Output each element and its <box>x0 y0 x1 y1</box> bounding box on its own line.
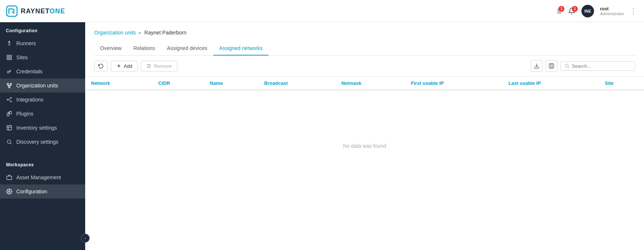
sidebar: RAYNETONE Configuration Runners Sites Cr… <box>0 0 85 250</box>
sidebar-logo: RAYNETONE <box>0 0 85 22</box>
svg-rect-6 <box>10 58 11 60</box>
plugins-icon <box>6 110 13 117</box>
breadcrumb-parent[interactable]: Organization units <box>94 30 136 36</box>
list-badge: 1 <box>558 6 564 12</box>
inventory-icon <box>6 124 13 131</box>
sites-icon <box>6 54 13 61</box>
sidebar-item-label: Discovery settings <box>16 139 59 145</box>
brand-one: ONE <box>50 7 65 15</box>
sidebar-item-label: Configuration <box>16 189 47 194</box>
sidebar-item-configuration[interactable]: Configuration <box>0 184 85 199</box>
breadcrumb-current: Raynet Paderborn <box>144 30 187 36</box>
svg-rect-8 <box>7 83 9 85</box>
col-site: Site <box>599 77 644 90</box>
svg-rect-16 <box>7 126 11 130</box>
col-netmask: Netmask <box>336 77 405 90</box>
svg-point-11 <box>7 99 8 100</box>
empty-state: No data was found <box>85 90 644 201</box>
sidebar-item-sites[interactable]: Sites <box>0 50 85 64</box>
sidebar-item-asset-management[interactable]: Asset Management <box>0 170 85 184</box>
sidebar-item-label: Plugins <box>16 111 33 117</box>
col-first-usable-ip: First usable IP <box>405 77 503 90</box>
asset-icon <box>6 174 13 181</box>
svg-rect-29 <box>549 64 554 68</box>
sidebar-item-integrations[interactable]: Integrations <box>0 93 85 107</box>
topbar: 1 1 INE root Administrator ⋮ <box>85 0 644 22</box>
workspaces-section: Workspaces Asset Management Configuratio… <box>0 156 85 199</box>
col-name: Name <box>204 77 258 90</box>
export-button[interactable] <box>531 60 543 72</box>
sidebar-item-runners[interactable]: Runners <box>0 36 85 50</box>
col-broadcast: Broadcast <box>258 77 335 90</box>
tab-relations[interactable]: Relations <box>127 41 161 56</box>
sidebar-item-label: Credentials <box>16 69 43 74</box>
sidebar-item-label: Asset Management <box>16 174 61 180</box>
user-role: Administrator <box>600 11 624 16</box>
svg-rect-10 <box>9 86 10 88</box>
sidebar-item-inventory-settings[interactable]: Inventory settings <box>0 121 85 135</box>
svg-point-32 <box>565 64 568 67</box>
svg-point-17 <box>7 140 11 143</box>
networks-table: Network CIDR Name Broadcast Netmask Firs… <box>85 77 644 90</box>
breadcrumb: Organization units ▸ Raynet Paderborn <box>94 30 635 36</box>
sidebar-item-credentials[interactable]: Credentials <box>0 64 85 79</box>
svg-rect-4 <box>10 55 11 57</box>
main-area: 1 1 INE root Administrator ⋮ Organizatio… <box>85 0 644 250</box>
svg-rect-18 <box>7 176 11 180</box>
svg-rect-0 <box>7 6 17 16</box>
svg-rect-9 <box>10 83 11 85</box>
integrations-icon <box>6 96 13 103</box>
search-box <box>560 61 635 71</box>
runner-icon <box>6 40 13 47</box>
sidebar-item-label: Sites <box>16 54 28 60</box>
bell-badge: 1 <box>572 6 578 12</box>
table-header: Network CIDR Name Broadcast Netmask Firs… <box>85 77 644 90</box>
table-container: Network CIDR Name Broadcast Netmask Firs… <box>85 77 644 201</box>
tab-assigned-networks[interactable]: Assigned networks <box>213 41 269 56</box>
discovery-icon <box>6 139 13 145</box>
config-icon <box>6 188 13 195</box>
search-input[interactable] <box>572 63 631 69</box>
svg-rect-14 <box>7 113 9 116</box>
sidebar-collapse-button[interactable]: ‹ <box>81 234 90 243</box>
sidebar-item-org-units[interactable]: Organization units <box>0 79 85 93</box>
sidebar-item-plugins[interactable]: Plugins <box>0 107 85 121</box>
bell-icon-button[interactable]: 1 <box>568 7 575 15</box>
svg-point-12 <box>10 97 11 99</box>
tab-assigned-devices[interactable]: Assigned devices <box>161 41 213 56</box>
user-name: root <box>600 6 624 11</box>
refresh-button[interactable] <box>94 61 108 71</box>
more-menu-button[interactable]: ⋮ <box>630 7 637 15</box>
col-cidr: CIDR <box>153 77 204 90</box>
sidebar-item-label: Organization units <box>16 83 58 89</box>
breadcrumb-separator: ▸ <box>139 30 141 36</box>
config-section-label: Configuration <box>0 22 85 36</box>
svg-rect-3 <box>7 55 9 57</box>
sidebar-item-label: Inventory settings <box>16 125 57 131</box>
toolbar: Add Remove <box>85 56 644 77</box>
sidebar-item-label: Integrations <box>16 97 43 103</box>
org-units-icon <box>6 82 13 89</box>
avatar: INE <box>581 5 594 17</box>
credentials-icon <box>6 68 13 75</box>
brand-logo-icon <box>6 5 18 17</box>
col-network: Network <box>85 77 153 90</box>
user-info: root Administrator <box>600 6 624 16</box>
svg-point-13 <box>10 101 11 102</box>
brand-ray: RAYNET <box>21 7 50 15</box>
columns-button[interactable] <box>545 60 557 72</box>
svg-point-7 <box>7 71 9 73</box>
content-inner: Organization units ▸ Raynet Paderborn Ov… <box>85 22 644 56</box>
list-icon-button[interactable]: 1 <box>555 7 562 15</box>
svg-point-19 <box>9 191 10 192</box>
workspaces-label: Workspaces <box>0 156 85 170</box>
sidebar-item-discovery-settings[interactable]: Discovery settings <box>0 135 85 149</box>
add-button[interactable]: Add <box>111 61 138 71</box>
col-last-usable-ip: Last usable IP <box>503 77 599 90</box>
tab-overview[interactable]: Overview <box>94 41 127 56</box>
remove-button[interactable]: Remove <box>141 61 177 71</box>
sidebar-item-label: Runners <box>16 40 36 46</box>
brand-name: RAYNETONE <box>21 7 65 15</box>
svg-rect-15 <box>10 111 11 114</box>
tabs: Overview Relations Assigned devices Assi… <box>94 41 635 56</box>
